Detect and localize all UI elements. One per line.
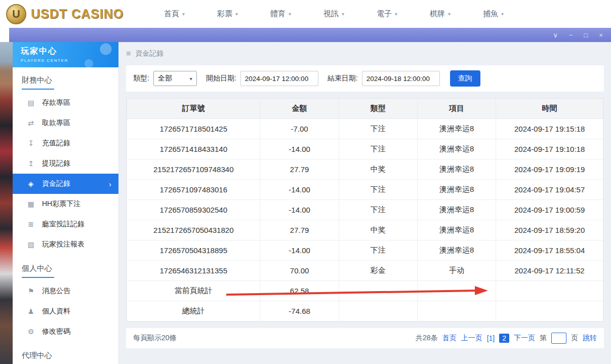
sidebar-item-deposit[interactable]: ▤ 存款專區	[13, 93, 118, 113]
summary-amount-cell: -74.68	[260, 301, 339, 321]
breadcrumb: ≡ 資金記錄	[126, 42, 604, 65]
time-cell: 2024-09-17 19:04:57	[496, 180, 603, 200]
chevron-right-icon: ›	[109, 180, 111, 188]
table-row: 1726571718501425 -7.00 下注 澳洲幸运8 2024-09-…	[127, 119, 603, 139]
type-select[interactable]: 全部 ▾	[153, 71, 197, 86]
chevron-down-icon: ▾	[395, 11, 397, 17]
sidebar-item-announcements[interactable]: ⚑ 消息公告	[13, 281, 118, 301]
table-row: 1726571418433140 -14.00 下注 澳洲幸运8 2024-09…	[127, 139, 603, 159]
nav-item-cards[interactable]: 棋牌 ▾	[414, 9, 467, 19]
start-date-label: 開始日期:	[206, 74, 236, 83]
type-select-value: 全部	[158, 74, 172, 83]
col-order: 訂單號	[127, 99, 260, 119]
nav-item-fishing[interactable]: 捕魚 ▾	[467, 9, 520, 19]
col-item: 項目	[417, 99, 496, 119]
nav-label: 電子	[377, 9, 392, 19]
table-footer: 每頁顯示20條 共28条 首页 上一页 [1] 2 下一页 第 页 跳转	[126, 328, 604, 348]
sidebar-item-hall-bet-record[interactable]: ≣ 廳室投註記錄	[13, 214, 118, 234]
order-cell: 2152172657050431820	[127, 220, 260, 240]
table-row: 2152172657109748340 27.79 中奖 澳洲幸运8 2024-…	[127, 159, 603, 180]
window-close-button[interactable]: ×	[599, 32, 603, 38]
nav-item-sports[interactable]: 體育 ▾	[254, 9, 307, 19]
withdraw-icon: ⇄	[27, 119, 35, 127]
sidebar: 玩家中心 PLAYERS CENTER 財務中心 ▤ 存款專區 ⇄ 取款專區 ↧…	[13, 42, 119, 364]
sidebar-header: 玩家中心 PLAYERS CENTER	[13, 42, 118, 67]
prev-page-link[interactable]: 上一页	[461, 334, 482, 343]
summary-label-cell: 總統計	[127, 301, 260, 321]
nav-item-lottery[interactable]: 彩票 ▾	[201, 9, 254, 19]
nav-item-live[interactable]: 視訊 ▾	[307, 9, 360, 19]
sidebar-item-label: 提現記錄	[42, 159, 70, 168]
first-page-link[interactable]: 首页	[442, 334, 457, 343]
order-cell: 1726571097483016	[127, 180, 260, 200]
time-cell: 2024-09-17 19:10:18	[496, 139, 603, 159]
nav-item-slots[interactable]: 電子 ▾	[360, 9, 414, 19]
start-date-input[interactable]	[240, 71, 318, 86]
window-collapse-button[interactable]: ∨	[553, 32, 558, 38]
time-cell: 2024-09-17 19:00:59	[496, 200, 603, 220]
item-cell: 澳洲幸运8	[417, 159, 496, 180]
sidebar-item-profile[interactable]: ♟ 個人資料	[13, 301, 118, 321]
page-jump-input[interactable]	[551, 333, 566, 344]
window-maximize-button[interactable]: □	[584, 32, 588, 38]
empty-cell	[417, 281, 496, 301]
sidebar-item-withdraw[interactable]: ⇄ 取款專區	[13, 113, 118, 133]
item-cell: 手动	[417, 261, 496, 281]
amount-cell: -14.00	[260, 200, 339, 220]
table-row: 1726571097483016 -14.00 下注 澳洲幸运8 2024-09…	[127, 180, 603, 200]
background-photo-strip	[0, 42, 13, 364]
amount-cell: 70.00	[260, 261, 339, 281]
player-center-window: ∨ − □ × 玩家中心 PLAYERS CENTER 財務中心 ▤ 存款專區 …	[9, 28, 611, 364]
search-button[interactable]: 查詢	[450, 70, 480, 87]
order-cell: 1726571718501425	[127, 119, 260, 139]
time-cell: 2024-09-17 19:09:19	[496, 159, 603, 180]
chevron-down-icon: ▾	[448, 11, 451, 17]
item-cell: 澳洲幸运8	[417, 240, 496, 261]
sidebar-item-bet-report[interactable]: ▧ 玩家投注報表	[13, 234, 118, 255]
type-label: 類型:	[133, 74, 149, 83]
sidebar-item-label: 取款專區	[42, 118, 70, 128]
time-cell: 2024-09-17 19:15:18	[496, 119, 603, 139]
sidebar-item-label: 玩家投注報表	[42, 240, 85, 249]
filter-bar: 類型: 全部 ▾ 開始日期: 結束日期: 查詢	[126, 65, 604, 92]
nav-label: 彩票	[217, 9, 232, 19]
chevron-down-icon: ▾	[289, 11, 291, 17]
jump-button[interactable]: 跳转	[583, 334, 597, 343]
page-2-current[interactable]: 2	[499, 334, 509, 343]
sidebar-item-funds-record[interactable]: ◈ 資金記錄 ›	[13, 174, 118, 194]
amount-cell: 27.79	[260, 220, 339, 240]
sidebar-item-label: 充值記錄	[42, 139, 70, 148]
item-cell: 澳洲幸运8	[417, 200, 496, 220]
nav-item-home[interactable]: 首頁 ▾	[148, 9, 201, 19]
password-icon: ⚙	[27, 328, 35, 336]
next-page-link[interactable]: 下一页	[514, 334, 535, 343]
page-1-link[interactable]: [1]	[487, 334, 495, 342]
table-row: 1726546312131355 70.00 彩金 手动 2024-09-17 …	[127, 261, 603, 281]
sidebar-item-recharge-record[interactable]: ↧ 充值記錄	[13, 133, 118, 153]
window-body: 玩家中心 PLAYERS CENTER 財務中心 ▤ 存款專區 ⇄ 取款專區 ↧…	[9, 42, 611, 364]
window-minimize-button[interactable]: −	[569, 32, 573, 38]
table-row: 1726570859302540 -14.00 下注 澳洲幸运8 2024-09…	[127, 200, 603, 220]
sidebar-item-change-password[interactable]: ⚙ 修改密碼	[13, 321, 118, 342]
order-cell: 1726546312131355	[127, 261, 260, 281]
chevron-down-icon: ▾	[190, 76, 192, 82]
profile-icon: ♟	[27, 307, 35, 315]
bet-report-icon: ▧	[27, 240, 35, 249]
section-label: 財務中心	[22, 75, 54, 90]
sidebar-item-lottery-bet[interactable]: ▦ HH彩票下注	[13, 194, 118, 214]
page-size-text: 每頁顯示20條	[133, 334, 177, 343]
site-logo[interactable]: U USDT CASINO	[0, 4, 128, 24]
jump-suffix-label: 页	[571, 334, 578, 343]
time-cell: 2024-09-17 18:55:04	[496, 240, 603, 261]
sidebar-item-withdraw-record[interactable]: ↥ 提現記錄	[13, 153, 118, 174]
col-type: 類型	[339, 99, 417, 119]
type-cell: 下注	[339, 180, 417, 200]
sidebar-item-label: 消息公告	[42, 287, 70, 296]
end-date-input[interactable]	[362, 71, 440, 86]
funds-table: 訂單號 金額 類型 項目 時間 1726571718501425 -7.00 下…	[127, 98, 603, 321]
hamburger-icon[interactable]: ≡	[126, 49, 131, 58]
summary-amount-cell: 62.58	[260, 281, 339, 301]
summary-row-page: 當前頁統計 62.58	[127, 281, 603, 301]
item-cell: 澳洲幸运8	[417, 139, 496, 159]
amount-cell: -14.00	[260, 180, 339, 200]
